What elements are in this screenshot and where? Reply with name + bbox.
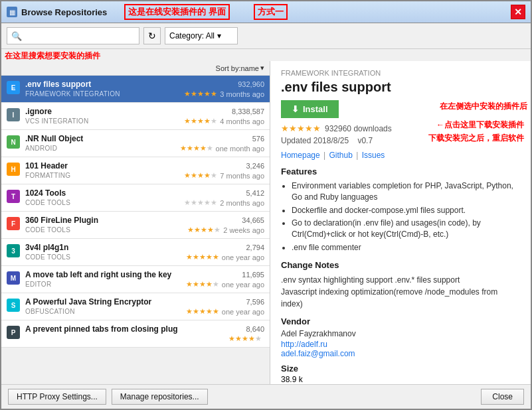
annotation-restart: 下载安装完之后，重启软件: [428, 133, 524, 144]
close-button[interactable]: Close: [481, 389, 524, 405]
refresh-button[interactable]: ↻: [143, 27, 161, 44]
plugin-category: FRAMEWORK INTEGRATION: [25, 90, 120, 98]
plugin-date: one month ago: [216, 145, 264, 153]
list-item[interactable]: E .env files support 932,960 FRAMEWORK I…: [1, 76, 270, 103]
plugin-list: E .env files support 932,960 FRAMEWORK I…: [1, 76, 270, 384]
star-empty: ★: [191, 198, 197, 207]
star-filled: ★: [187, 144, 193, 153]
plugin-category-row: CODE TOOLS ★★★★★ 2 months ago: [25, 198, 264, 207]
star-empty: ★: [197, 198, 204, 207]
star-filled: ★: [204, 117, 211, 125]
proxy-settings-button[interactable]: HTTP Proxy Settings...: [8, 389, 106, 405]
sep1: |: [323, 151, 327, 160]
plugin-category: CODE TOOLS: [25, 226, 70, 234]
plugin-category: ANDROID: [25, 145, 57, 152]
star-half: ★: [206, 280, 213, 289]
plugin-icon: H: [7, 163, 20, 176]
github-link[interactable]: Github: [329, 151, 353, 160]
search-input[interactable]: [25, 31, 131, 40]
plugin-name: A move tab left and right using the key: [25, 270, 171, 279]
star-empty: ★: [207, 144, 213, 153]
plugin-icon: S: [7, 299, 20, 312]
star-half: ★: [248, 334, 255, 343]
list-item[interactable]: T 1024 Tools 5,412 CODE TOOLS ★★★★★ 2 mo…: [1, 184, 270, 212]
list-item[interactable]: F 360 FireLine Plugin 34,665 CODE TOOLS …: [1, 212, 270, 239]
star-filled: ★: [193, 307, 199, 316]
list-item[interactable]: 3 3v4l pl4g1n 2,794 CODE TOOLS ★★★★★ one…: [1, 239, 270, 266]
browse-repositories-window: ▦ Browse Repositories 这是在线安装插件的 界面 方式一 ✕…: [0, 0, 532, 410]
plugin-stars: ★★★★★: [184, 198, 217, 207]
plugin-info: 101 Header 3,246 FORMATTING ★★★★★ 7 mont…: [25, 161, 264, 180]
star-filled: ★: [187, 226, 194, 234]
plugin-category-row: ★★★★★: [25, 334, 264, 343]
category-label: Category: All: [169, 31, 215, 40]
homepage-link[interactable]: Homepage: [281, 151, 320, 160]
window-close-button[interactable]: ✕: [511, 5, 525, 19]
size-title: Size: [281, 364, 520, 374]
plugin-name-row: .ignore 8,338,587: [25, 107, 264, 116]
plugin-category-row: VCS INTEGRATION ★★★★★ 4 months ago: [25, 117, 264, 125]
star-filled: ★: [186, 307, 193, 316]
star-filled: ★: [206, 253, 213, 261]
plugin-name: 1024 Tools: [25, 188, 66, 198]
list-item[interactable]: M A move tab left and right using the ke…: [1, 266, 270, 293]
list-item[interactable]: H 101 Header 3,246 FORMATTING ★★★★★ 7 mo…: [1, 157, 270, 184]
star-filled: ★: [184, 171, 191, 180]
detail-plugin-name: .env files support: [281, 80, 520, 95]
install-button[interactable]: ⬇ Install: [281, 100, 339, 118]
plugin-category: VCS INTEGRATION: [25, 117, 88, 125]
plugin-info: 1024 Tools 5,412 CODE TOOLS ★★★★★ 2 mont…: [25, 188, 264, 207]
issues-link[interactable]: Issues: [362, 151, 385, 160]
plugin-category: OBFUSCATION: [25, 308, 75, 315]
plugin-name: A Powerful Java String Encryptor: [25, 297, 151, 307]
list-item[interactable]: S A Powerful Java String Encryptor 7,596…: [1, 293, 270, 320]
plugin-stars: ★★★★★: [187, 226, 221, 234]
plugin-downloads: 8,338,587: [232, 107, 264, 115]
star-filled: ★: [235, 334, 242, 343]
plugin-stars: ★★★★★: [184, 90, 217, 98]
plugin-category-row: FRAMEWORK INTEGRATION ★★★★★ 3 months ago: [25, 90, 264, 98]
feature-item: Environment variables completion for PHP…: [292, 180, 520, 203]
plugin-downloads: 7,596: [246, 298, 264, 306]
star-filled: ★: [242, 334, 248, 343]
list-item[interactable]: I .ignore 8,338,587 VCS INTEGRATION ★★★★…: [1, 103, 270, 130]
manage-repositories-button[interactable]: Manage repositories...: [112, 389, 208, 405]
star-half: ★: [211, 90, 217, 98]
vendor-url1[interactable]: http://adelf.ru: [281, 340, 327, 349]
star-filled: ★: [191, 117, 197, 125]
category-dropdown[interactable]: Category: All ▾: [165, 27, 238, 44]
plugin-name-row: 1024 Tools 5,412: [25, 188, 264, 198]
plugin-downloads: 932,960: [238, 80, 264, 88]
window-icon: ▦: [7, 7, 17, 17]
plugin-name-row: A prevent pinned tabs from closing plug …: [25, 324, 264, 334]
plugin-name-row: 101 Header 3,246: [25, 161, 264, 171]
star-empty: ★: [214, 226, 221, 234]
star-filled: ★: [180, 144, 187, 153]
updated-date: Updated 2018/8/25: [281, 136, 349, 145]
plugin-category: EDITOR: [25, 281, 51, 288]
title-annotation2: 方式一: [254, 4, 288, 20]
sort-dropdown[interactable]: name ▾: [240, 64, 264, 72]
install-label: Install: [303, 104, 328, 114]
plugin-category-row: FORMATTING ★★★★★ 7 months ago: [25, 171, 264, 180]
plugin-info: .ignore 8,338,587 VCS INTEGRATION ★★★★★ …: [25, 107, 264, 125]
star-half: ★: [204, 171, 211, 180]
detail-framework-header: FRAMEWORK INTEGRATION: [281, 69, 520, 77]
sort-value: name: [240, 64, 259, 72]
category-chevron-icon: ▾: [217, 31, 221, 40]
sort-chevron-icon: ▾: [260, 64, 264, 72]
plugin-date: one year ago: [222, 281, 264, 289]
plugin-category-row: ANDROID ★★★★★ one month ago: [25, 144, 264, 153]
star-filled: ★: [200, 144, 207, 153]
star-filled: ★: [206, 307, 213, 316]
plugin-stars: ★★★★★: [186, 280, 219, 289]
plugin-info: 3v4l pl4g1n 2,794 CODE TOOLS ★★★★★ one y…: [25, 243, 264, 261]
star-filled: ★: [197, 171, 204, 180]
list-item[interactable]: N .NR Null Object 576 ANDROID ★★★★★ one …: [1, 130, 270, 157]
list-item[interactable]: P A prevent pinned tabs from closing plu…: [1, 320, 270, 348]
version: v0.7: [357, 136, 373, 145]
right-panel: FRAMEWORK INTEGRATION .env files support…: [270, 61, 531, 384]
vendor-url2[interactable]: adel.faiz@gmail.com: [281, 349, 355, 358]
star-empty: ★: [211, 198, 217, 207]
plugin-stars: ★★★★★: [184, 171, 217, 180]
